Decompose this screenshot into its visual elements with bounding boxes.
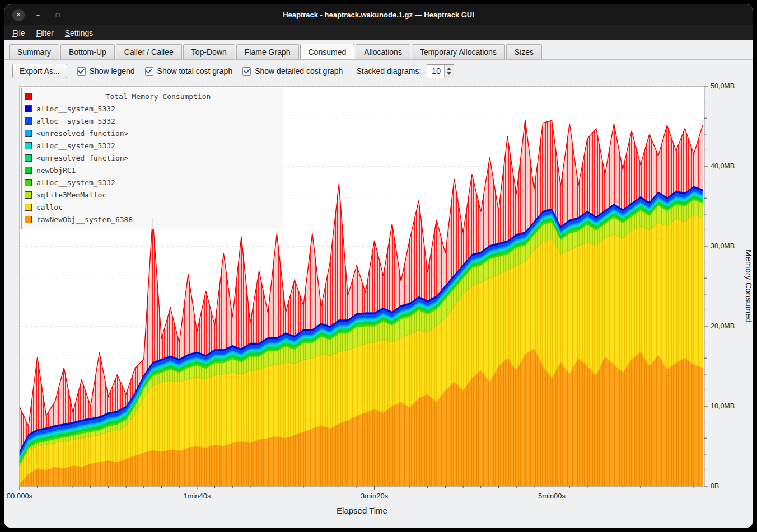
close-button[interactable]: ✕ xyxy=(12,9,25,21)
legend-row: newObjRC1 xyxy=(25,164,280,176)
svg-text:20,0MB: 20,0MB xyxy=(711,322,735,330)
legend-label: Total Memory Consumption xyxy=(36,92,280,101)
stacked-diagrams-label: Stacked diagrams: xyxy=(356,67,421,76)
legend-title-row: Total Memory Consumption xyxy=(25,90,280,102)
legend-swatch xyxy=(25,167,32,174)
menu-file[interactable]: File xyxy=(8,27,30,39)
legend-swatch xyxy=(25,191,32,199)
maximize-icon: □ xyxy=(56,12,60,18)
legend-swatch xyxy=(25,142,32,149)
tab-caller-callee[interactable]: Caller / Callee xyxy=(116,44,182,59)
legend-label: <unresolved function> xyxy=(36,154,128,162)
titlebar: ✕ − □ Heaptrack - heaptrack.wakunode.1.g… xyxy=(4,4,753,25)
svg-text:Memory Consumed: Memory Consumed xyxy=(744,249,753,323)
legend-row: alloc__system_5332 xyxy=(25,102,280,115)
export-as-button[interactable]: Export As... xyxy=(12,64,67,78)
legend-label: alloc__system_5332 xyxy=(36,178,115,187)
svg-text:50,0MB: 50,0MB xyxy=(711,82,735,90)
legend-label: alloc__system_5332 xyxy=(36,142,115,150)
legend-row: sqlite3MemMalloc xyxy=(25,189,280,201)
legend-row: rawNewObj__system_6388 xyxy=(25,213,280,225)
tab-bottom-up[interactable]: Bottom-Up xyxy=(60,44,115,59)
legend-swatch xyxy=(25,154,32,162)
spinbox-buttons xyxy=(444,65,454,78)
show-detailed-cost-graph-checkbox[interactable]: Show detailed cost graph xyxy=(242,67,343,76)
checkbox-checked-icon xyxy=(145,67,153,76)
svg-text:0B: 0B xyxy=(711,482,719,490)
legend-swatch xyxy=(25,93,32,100)
checkbox-label: Show total cost graph xyxy=(157,67,233,76)
tab-allocations[interactable]: Allocations xyxy=(356,44,410,59)
svg-text:3min20s: 3min20s xyxy=(361,492,389,500)
svg-text:Elapsed Time: Elapsed Time xyxy=(337,506,387,515)
legend-row: <unresolved function> xyxy=(25,127,280,139)
window-controls: ✕ − □ xyxy=(12,4,64,25)
toolbar: Export As... Show legend Show total cost… xyxy=(4,60,753,82)
tab-temporary-allocations[interactable]: Temporary Allocations xyxy=(412,44,505,59)
checkbox-checked-icon xyxy=(77,67,86,76)
show-total-cost-graph-checkbox[interactable]: Show total cost graph xyxy=(145,67,233,76)
window-title: Heaptrack - heaptrack.wakunode.1.gz — He… xyxy=(283,11,474,19)
svg-text:10,0MB: 10,0MB xyxy=(711,402,735,410)
legend-swatch xyxy=(25,130,32,137)
checkbox-checked-icon xyxy=(242,67,251,76)
minimize-icon: − xyxy=(36,12,40,18)
legend-row: alloc__system_5332 xyxy=(25,139,280,152)
legend-label: alloc__system_5332 xyxy=(36,117,115,125)
legend-swatch xyxy=(25,179,32,186)
svg-text:30,0MB: 30,0MB xyxy=(711,242,735,250)
menu-settings[interactable]: Settings xyxy=(60,27,98,39)
legend-row: <unresolved function> xyxy=(25,152,280,164)
stacked-diagrams-spinbox[interactable]: 10 xyxy=(427,64,454,78)
tab-flame-graph[interactable]: Flame Graph xyxy=(236,44,299,59)
spinbox-down-icon[interactable] xyxy=(447,72,451,75)
svg-text:5min00s: 5min00s xyxy=(538,492,566,500)
legend-swatch xyxy=(25,105,32,112)
tab-summary[interactable]: Summary xyxy=(9,44,59,59)
chart-legend: Total Memory Consumptionalloc__system_53… xyxy=(21,88,283,229)
svg-text:1min40s: 1min40s xyxy=(183,492,211,500)
spinbox-up-icon[interactable] xyxy=(447,68,451,70)
legend-row: alloc__system_5332 xyxy=(25,115,280,127)
legend-row: calloc xyxy=(25,201,280,213)
tab-top-down[interactable]: Top-Down xyxy=(183,44,235,59)
maximize-button[interactable]: □ xyxy=(52,9,64,21)
checkbox-label: Show detailed cost graph xyxy=(255,67,343,76)
legend-row: alloc__system_5332 xyxy=(25,176,280,189)
legend-label: rawNewObj__system_6388 xyxy=(36,215,133,224)
minimize-button[interactable]: − xyxy=(32,9,44,21)
svg-text:00.000s: 00.000s xyxy=(7,492,33,500)
legend-label: sqlite3MemMalloc xyxy=(36,191,106,199)
spinbox-value: 10 xyxy=(427,65,444,78)
tab-bar: Summary Bottom-Up Caller / Callee Top-Do… xyxy=(4,40,753,60)
legend-label: alloc__system_5332 xyxy=(36,105,115,113)
heaptrack-window: ✕ − □ Heaptrack - heaptrack.wakunode.1.g… xyxy=(4,4,753,528)
show-legend-checkbox[interactable]: Show legend xyxy=(77,67,135,76)
checkbox-label: Show legend xyxy=(90,67,135,76)
legend-label: calloc xyxy=(36,203,63,211)
legend-swatch xyxy=(25,117,32,125)
svg-text:40,0MB: 40,0MB xyxy=(711,162,735,170)
chart-area: 00.000s1min40s3min20s5min00s0B10,0MB20,0… xyxy=(4,82,753,528)
tab-consumed[interactable]: Consumed xyxy=(300,44,355,59)
legend-swatch xyxy=(25,204,32,211)
menu-filter[interactable]: Filter xyxy=(32,27,58,39)
legend-label: <unresolved function> xyxy=(36,129,128,138)
close-icon: ✕ xyxy=(16,11,21,18)
legend-swatch xyxy=(25,216,32,223)
tab-sizes[interactable]: Sizes xyxy=(506,44,542,59)
legend-label: newObjRC1 xyxy=(36,166,76,175)
menubar: File Filter Settings xyxy=(4,25,753,40)
